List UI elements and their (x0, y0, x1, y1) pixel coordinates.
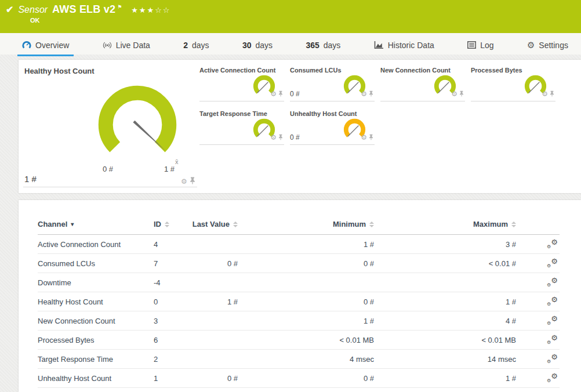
gauge-settings-gear-icon[interactable]: ⚙ (542, 90, 548, 97)
channel-name[interactable]: Consumed LCUs (38, 259, 154, 268)
column-header-maximum[interactable]: Maximum (374, 220, 516, 228)
pin-icon[interactable] (190, 176, 195, 187)
tab-label: Overview (35, 41, 69, 50)
channel-name[interactable]: New Connection Count (38, 317, 154, 325)
channel-maximum: 1 # (374, 374, 516, 383)
pin-icon[interactable] (459, 89, 464, 99)
gauge-settings-gear-icon[interactable]: ⚙ (181, 178, 187, 185)
edit-channel-settings-icon[interactable]: ⚙⚙ (547, 259, 558, 268)
gear-icon: ⚙ (527, 41, 535, 49)
column-header-id[interactable]: ID (154, 220, 180, 228)
broadcast-icon (103, 41, 112, 49)
priority-rating[interactable]: ★★★☆☆ (131, 6, 170, 14)
table-header-row: Channel ▾ ID Last Value Minimum Maximum (38, 220, 560, 235)
main-gauge-title: Healthy Host Count (24, 67, 95, 75)
gauge-max-label: 1 # (164, 165, 175, 173)
stars-filled[interactable]: ★★★ (131, 6, 155, 14)
sort-icon (511, 222, 516, 227)
pin-icon[interactable] (278, 132, 283, 143)
pin-icon[interactable] (369, 89, 373, 99)
table-row: Healthy Host Count 0 1 # 0 # 1 # ⚙⚙ (38, 292, 560, 311)
sort-icon (233, 222, 238, 227)
healthy-host-count-gauge (89, 77, 186, 173)
gauge-settings-gear-icon[interactable]: ⚙ (451, 90, 457, 97)
channel-minimum: 1 # (238, 240, 374, 249)
column-header-minimum[interactable]: Minimum (238, 220, 374, 228)
gauge-settings-gear-icon[interactable]: ⚙ (270, 134, 277, 141)
channel-last-value: 0 # (180, 259, 238, 268)
tab-log[interactable]: Log (463, 33, 498, 56)
tab-bar: Overview Live Data 2 days 30 days 365 da… (0, 33, 581, 56)
channel-id: 4 (154, 240, 180, 249)
sort-desc-icon: ▾ (71, 221, 74, 227)
log-icon (467, 41, 476, 49)
column-header-last-value[interactable]: Last Value (180, 220, 238, 228)
small-gauge-value: 0 # (290, 133, 300, 141)
stars-empty[interactable]: ☆☆ (155, 6, 170, 14)
column-header-channel[interactable]: Channel ▾ (38, 220, 154, 228)
gauge-settings-gear-icon[interactable]: ⚙ (361, 134, 367, 141)
channel-maximum: 3 # (374, 240, 516, 249)
column-header-label: ID (154, 220, 161, 228)
tab-30-days[interactable]: 30 days (238, 33, 277, 56)
channel-name[interactable]: Target Response Time (38, 355, 154, 364)
tab-historic-data[interactable]: Historic Data (369, 33, 439, 56)
small-gauge-title: Processed Bytes (471, 67, 522, 74)
channel-id: -4 (154, 278, 180, 287)
table-row: New Connection Count 3 1 # 4 # ⚙⚙ (38, 311, 560, 331)
main-gauge-value: 1 # (24, 174, 37, 184)
channel-maximum: 4 # (374, 317, 516, 325)
small-gauge-processed-bytes[interactable]: Processed Bytes ⚙ (471, 66, 555, 101)
table-row: Downtime -4 ⚙⚙ (38, 273, 560, 292)
flag-icon[interactable]: ⚑ (117, 4, 122, 10)
gauge-min-label: 0 # (103, 165, 113, 173)
edit-channel-settings-icon[interactable]: ⚙⚙ (547, 316, 558, 326)
tab-2-days[interactable]: 2 days (179, 33, 213, 56)
tab-settings[interactable]: ⚙ Settings (522, 33, 573, 56)
table-row: Unhealthy Host Count 1 0 # 0 # 1 # ⚙⚙ (38, 369, 560, 388)
edit-channel-settings-icon[interactable]: ⚙⚙ (547, 373, 558, 383)
pin-icon[interactable] (550, 89, 554, 99)
gauge-settings-gear-icon[interactable]: ⚙ (361, 90, 367, 97)
small-gauge-title: Consumed LCUs (290, 67, 342, 74)
sensor-overview-page: ✔ Sensor AWS ELB v2 ⚑ ★★★☆☆ OK Overview … (0, 0, 581, 392)
small-gauge-consumed-lcus[interactable]: Consumed LCUs 0 # ⚙ (290, 66, 375, 101)
channel-name[interactable]: Active Connection Count (38, 240, 154, 249)
small-gauge-target-response-time[interactable]: Target Response Time ⚙ (199, 109, 284, 145)
tab-overview[interactable]: Overview (17, 33, 74, 56)
gauge-icon (22, 41, 31, 49)
channel-maximum: 14 msec (374, 355, 516, 364)
edit-channel-settings-icon[interactable]: ⚙⚙ (547, 278, 558, 288)
tab-number: 2 (183, 41, 188, 50)
channel-name[interactable]: Downtime (38, 278, 154, 287)
sort-icon (165, 222, 169, 227)
pin-icon[interactable] (369, 132, 373, 143)
table-row: Processed Bytes 6 < 0.01 MB < 0.01 MB ⚙⚙ (38, 331, 560, 350)
channel-minimum: 4 msec (238, 355, 374, 364)
small-gauge-new-connection-count[interactable]: New Connection Count ⚙ (380, 66, 465, 101)
tab-365-days[interactable]: 365 days (301, 33, 345, 56)
tab-live-data[interactable]: Live Data (98, 33, 155, 56)
edit-channel-settings-icon[interactable]: ⚙⚙ (547, 354, 558, 364)
tab-label: Log (480, 41, 493, 50)
pin-icon[interactable] (278, 89, 283, 99)
edit-channel-settings-icon[interactable]: ⚙⚙ (547, 239, 558, 249)
channel-minimum: 1 # (238, 317, 374, 325)
channel-name[interactable]: Healthy Host Count (38, 297, 154, 306)
channel-last-value: 0 # (180, 374, 238, 383)
status-badge: OK (30, 17, 40, 24)
gauge-settings-gear-icon[interactable]: ⚙ (270, 90, 277, 97)
channel-minimum: 0 # (238, 297, 374, 306)
small-gauge-unhealthy-host-count[interactable]: Unhealthy Host Count 0 # ⚙ (290, 109, 375, 145)
status-ok-check-icon: ✔ (6, 4, 13, 15)
channel-maximum: 1 # (374, 297, 516, 306)
edit-channel-settings-icon[interactable]: ⚙⚙ (547, 335, 558, 345)
tab-label: days (324, 41, 341, 50)
small-gauge-active-connection-count[interactable]: Active Connection Count ⚙ (199, 66, 284, 101)
divider (23, 187, 197, 187)
sensor-title-row: ✔ Sensor AWS ELB v2 ⚑ ★★★☆☆ (6, 3, 171, 16)
edit-channel-settings-icon[interactable]: ⚙⚙ (547, 297, 558, 307)
channel-name[interactable]: Processed Bytes (38, 336, 154, 344)
channel-name[interactable]: Unhealthy Host Count (38, 374, 154, 383)
area-chart-icon (374, 41, 384, 49)
